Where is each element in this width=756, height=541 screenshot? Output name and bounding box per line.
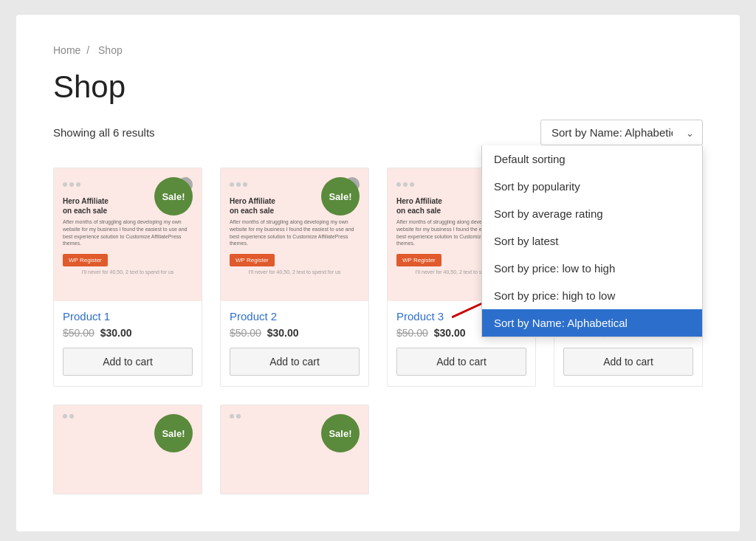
product-info-2: Product 2 $50.00 $30.00 Add to cart <box>221 301 368 386</box>
breadcrumb-current: Shop <box>98 44 123 56</box>
product-info-1: Product 1 $50.00 $30.00 Add to cart <box>54 301 202 386</box>
empty-slot-2 <box>554 404 703 495</box>
product-image-1: Sale! Hero Affiliateon each sale After m… <box>54 168 202 301</box>
product-card-5: Sale! <box>53 404 202 495</box>
product-name-1[interactable]: Product 1 <box>63 310 193 323</box>
add-to-cart-button-3[interactable]: Add to cart <box>396 348 526 376</box>
empty-slot-1 <box>387 404 536 495</box>
breadcrumb-separator: / <box>86 44 89 56</box>
price-original-2: $50.00 <box>230 327 261 339</box>
page-title: Shop <box>53 69 703 105</box>
sort-option-popularity[interactable]: Sort by popularity <box>482 173 702 200</box>
breadcrumb: Home / Shop <box>53 44 703 56</box>
sale-badge-2: Sale! <box>321 177 360 216</box>
sort-wrapper: Default sortingSort by popularitySort by… <box>540 120 703 145</box>
sort-option-rating[interactable]: Sort by average rating <box>482 200 702 227</box>
sort-option-default[interactable]: Default sorting <box>482 145 702 173</box>
sale-badge-5: Sale! <box>154 414 193 452</box>
product-card-6: Sale! <box>220 404 369 495</box>
sort-option-latest[interactable]: Sort by latest <box>482 227 702 255</box>
product-image-6: Sale! <box>221 405 368 494</box>
sort-option-price-asc[interactable]: Sort by price: low to high <box>482 255 702 282</box>
add-to-cart-button-1[interactable]: Add to cart <box>63 348 193 376</box>
product-image-5: Sale! <box>54 405 202 494</box>
add-to-cart-button-4[interactable]: Add to cart <box>563 348 693 376</box>
shop-header: Showing all 6 results Default sortingSor… <box>53 120 703 145</box>
product-card-1: Sale! Hero Affiliateon each sale After m… <box>53 168 202 387</box>
price-sale-3: $30.00 <box>434 327 466 339</box>
results-count: Showing all 6 results <box>53 126 155 139</box>
price-sale-1: $30.00 <box>100 327 132 339</box>
product-price-1: $50.00 $30.00 <box>63 327 193 339</box>
product-card-2: Sale! Hero Affiliateon each sale After m… <box>220 168 369 387</box>
add-to-cart-button-2[interactable]: Add to cart <box>230 348 360 376</box>
page-container: Home / Shop Shop Showing all 6 results D… <box>16 15 740 531</box>
sale-badge-1: Sale! <box>154 177 193 216</box>
sale-badge-6: Sale! <box>321 414 360 452</box>
breadcrumb-home[interactable]: Home <box>53 44 80 56</box>
sort-dropdown-menu: Default sorting Sort by popularity Sort … <box>481 145 703 337</box>
products-grid-row2: Sale! Sale! <box>53 404 703 495</box>
sort-option-price-desc[interactable]: Sort by price: high to low <box>482 282 702 309</box>
sort-option-name-alpha[interactable]: Sort by Name: Alphabetical <box>482 309 702 337</box>
product-image-2: Sale! Hero Affiliateon each sale After m… <box>221 168 368 301</box>
price-sale-2: $30.00 <box>267 327 299 339</box>
sort-select[interactable]: Default sortingSort by popularitySort by… <box>540 120 703 145</box>
product-price-2: $50.00 $30.00 <box>230 327 360 339</box>
price-original-1: $50.00 <box>63 327 94 339</box>
price-original-3: $50.00 <box>396 327 428 339</box>
product-name-2[interactable]: Product 2 <box>230 310 360 323</box>
